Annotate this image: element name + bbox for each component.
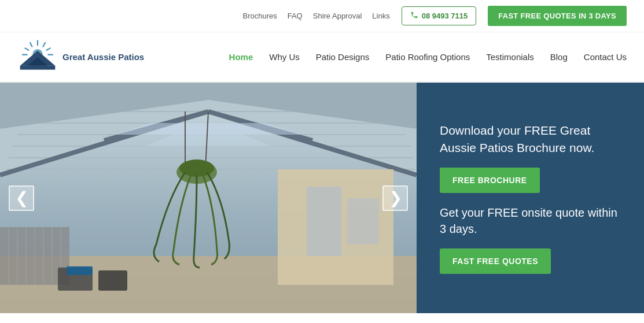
hero-image: ❮ ❯ <box>0 83 417 313</box>
right-chevron-icon: ❯ <box>389 188 402 207</box>
svg-line-2 <box>47 48 50 50</box>
top-cta-button[interactable]: FAST FREE QUOTES IN 3 DAYS <box>488 6 627 26</box>
left-chevron-icon: ❮ <box>15 188 28 207</box>
svg-rect-43 <box>98 270 127 291</box>
top-bar-links: Brochures FAQ Shire Approval Links <box>242 12 389 20</box>
svg-rect-10 <box>20 66 56 70</box>
phone-icon <box>410 11 418 21</box>
next-arrow-button[interactable]: ❯ <box>382 185 408 211</box>
prev-arrow-button[interactable]: ❮ <box>9 185 34 211</box>
nav-contact[interactable]: Contact Us <box>584 52 627 62</box>
svg-line-1 <box>43 43 45 47</box>
top-bar: Brochures FAQ Shire Approval Links 08 94… <box>0 0 644 32</box>
hero-panel-subtitle: Get your FREE onsite quote within 3 days… <box>440 205 621 237</box>
nav-home[interactable]: Home <box>229 52 253 62</box>
fast-quotes-button[interactable]: FAST FREE QUOTES <box>440 248 551 274</box>
phone-button[interactable]: 08 9493 7115 <box>402 6 477 25</box>
faq-link[interactable]: FAQ <box>288 12 303 20</box>
nav-testimonials[interactable]: Testimonials <box>486 52 534 62</box>
free-brochure-button[interactable]: FREE BROCHURE <box>440 168 540 193</box>
hero-panel: Download your FREE Great Aussie Patios B… <box>417 83 644 313</box>
nav-patio-designs[interactable]: Patio Designs <box>316 52 370 62</box>
svg-rect-44 <box>67 266 93 275</box>
hero-panel-title: Download your FREE Great Aussie Patios B… <box>440 122 621 156</box>
svg-rect-29 <box>347 198 379 244</box>
shire-approval-link[interactable]: Shire Approval <box>313 12 362 20</box>
hero-section: ❮ ❯ Download your FREE Great Aussie Pati… <box>0 83 644 313</box>
nav-patio-roofing[interactable]: Patio Roofing Options <box>385 52 470 62</box>
logo-icon <box>17 38 58 76</box>
svg-line-4 <box>25 48 28 50</box>
header: Great Aussie Patios Home Why Us Patio De… <box>0 32 644 83</box>
nav-why-us[interactable]: Why Us <box>269 52 300 62</box>
main-nav: Home Why Us Patio Designs Patio Roofing … <box>144 52 627 62</box>
brochures-link[interactable]: Brochures <box>242 12 277 20</box>
nav-blog[interactable]: Blog <box>550 52 568 62</box>
svg-rect-28 <box>307 187 341 256</box>
phone-number: 08 9493 7115 <box>422 12 468 20</box>
logo-area: Great Aussie Patios <box>17 38 144 76</box>
links-link[interactable]: Links <box>372 12 389 20</box>
logo-text: Great Aussie Patios <box>62 52 144 62</box>
svg-line-3 <box>30 43 32 47</box>
